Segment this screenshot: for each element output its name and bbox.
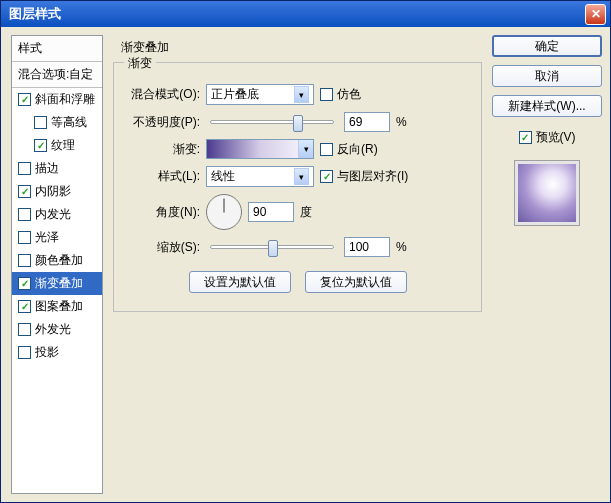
opacity-input[interactable]: 69 (344, 112, 390, 132)
sidebar-item[interactable]: 外发光 (12, 318, 102, 341)
cancel-button[interactable]: 取消 (492, 65, 602, 87)
sidebar-item-label: 内发光 (35, 206, 71, 223)
opacity-label: 不透明度(P): (124, 114, 200, 131)
sidebar-item-label: 斜面和浮雕 (35, 91, 95, 108)
sidebar-item[interactable]: 纹理 (12, 134, 102, 157)
blend-mode-label: 混合模式(O): (124, 86, 200, 103)
sidebar-item-label: 外发光 (35, 321, 71, 338)
styles-tab[interactable]: 样式 (12, 36, 102, 62)
checkbox-icon (320, 88, 333, 101)
checkbox-icon (320, 143, 333, 156)
sidebar-item[interactable]: 等高线 (12, 111, 102, 134)
checkbox-icon (320, 170, 333, 183)
preview-thumbnail (514, 160, 580, 226)
chevron-down-icon: ▾ (294, 86, 309, 103)
chevron-down-icon: ▾ (298, 140, 313, 158)
preview-image (518, 164, 576, 222)
percent-label: % (396, 115, 407, 129)
sidebar-item-label: 渐变叠加 (35, 275, 83, 292)
angle-unit: 度 (300, 204, 312, 221)
checkbox-icon[interactable] (18, 208, 31, 221)
gradient-label: 渐变: (124, 141, 200, 158)
slider-thumb[interactable] (293, 115, 303, 132)
blend-mode-value: 正片叠底 (211, 86, 259, 103)
checkbox-icon[interactable] (34, 116, 47, 129)
sidebar-item-label: 内阴影 (35, 183, 71, 200)
sidebar-item[interactable]: 内发光 (12, 203, 102, 226)
style-label: 样式(L): (124, 168, 200, 185)
gradient-picker[interactable]: ▾ (206, 139, 314, 159)
checkbox-icon[interactable] (18, 277, 31, 290)
style-select[interactable]: 线性 ▾ (206, 166, 314, 187)
sidebar-item-label: 等高线 (51, 114, 87, 131)
scale-slider[interactable] (210, 245, 334, 249)
slider-thumb[interactable] (268, 240, 278, 257)
checkbox-icon[interactable] (18, 93, 31, 106)
blend-options-tab[interactable]: 混合选项:自定 (12, 62, 102, 88)
sidebar-item[interactable]: 光泽 (12, 226, 102, 249)
close-icon[interactable]: ✕ (585, 4, 606, 25)
checkbox-icon[interactable] (18, 162, 31, 175)
gradient-group: 渐变 混合模式(O): 正片叠底 ▾ 仿色 不透明度(P): (113, 62, 482, 312)
angle-label: 角度(N): (124, 204, 200, 221)
style-value: 线性 (211, 168, 235, 185)
titlebar: 图层样式 ✕ (1, 1, 610, 27)
dither-checkbox[interactable]: 仿色 (320, 86, 361, 103)
sidebar-item-label: 光泽 (35, 229, 59, 246)
sidebar-item-label: 图案叠加 (35, 298, 83, 315)
sidebar-item-label: 投影 (35, 344, 59, 361)
checkbox-icon[interactable] (18, 254, 31, 267)
ok-button[interactable]: 确定 (492, 35, 602, 57)
preview-label: 预览(V) (536, 129, 576, 146)
sidebar-item[interactable]: 内阴影 (12, 180, 102, 203)
checkbox-icon[interactable] (18, 300, 31, 313)
scale-label: 缩放(S): (124, 239, 200, 256)
group-title: 渐变 (124, 55, 156, 72)
reverse-label: 反向(R) (337, 141, 378, 158)
blend-mode-select[interactable]: 正片叠底 ▾ (206, 84, 314, 105)
layer-style-dialog: 图层样式 ✕ 样式 混合选项:自定 斜面和浮雕等高线纹理描边内阴影内发光光泽颜色… (0, 0, 611, 503)
preview-checkbox[interactable]: 预览(V) (492, 129, 602, 146)
angle-dial[interactable] (206, 194, 242, 230)
styles-sidebar: 样式 混合选项:自定 斜面和浮雕等高线纹理描边内阴影内发光光泽颜色叠加渐变叠加图… (11, 35, 103, 494)
sidebar-item-label: 纹理 (51, 137, 75, 154)
dialog-content: 样式 混合选项:自定 斜面和浮雕等高线纹理描边内阴影内发光光泽颜色叠加渐变叠加图… (1, 27, 610, 502)
dither-label: 仿色 (337, 86, 361, 103)
set-default-button[interactable]: 设置为默认值 (189, 271, 291, 293)
checkbox-icon[interactable] (18, 231, 31, 244)
sidebar-item[interactable]: 渐变叠加 (12, 272, 102, 295)
percent-label: % (396, 240, 407, 254)
checkbox-icon[interactable] (18, 323, 31, 336)
chevron-down-icon: ▾ (294, 168, 309, 185)
main-panel: 渐变叠加 渐变 混合模式(O): 正片叠底 ▾ 仿色 不透明度(P): (103, 35, 492, 494)
checkbox-icon (519, 131, 532, 144)
scale-input[interactable]: 100 (344, 237, 390, 257)
checkbox-icon[interactable] (34, 139, 47, 152)
right-panel: 确定 取消 新建样式(W)... 预览(V) (492, 35, 602, 494)
reset-default-button[interactable]: 复位为默认值 (305, 271, 407, 293)
sidebar-item[interactable]: 颜色叠加 (12, 249, 102, 272)
section-title: 渐变叠加 (121, 39, 482, 56)
angle-input[interactable]: 90 (248, 202, 294, 222)
sidebar-item-label: 描边 (35, 160, 59, 177)
sidebar-item[interactable]: 图案叠加 (12, 295, 102, 318)
window-title: 图层样式 (5, 5, 585, 23)
align-label: 与图层对齐(I) (337, 168, 408, 185)
sidebar-item[interactable]: 投影 (12, 341, 102, 364)
checkbox-icon[interactable] (18, 185, 31, 198)
new-style-button[interactable]: 新建样式(W)... (492, 95, 602, 117)
align-checkbox[interactable]: 与图层对齐(I) (320, 168, 408, 185)
opacity-slider[interactable] (210, 120, 334, 124)
reverse-checkbox[interactable]: 反向(R) (320, 141, 378, 158)
sidebar-item[interactable]: 描边 (12, 157, 102, 180)
sidebar-item-label: 颜色叠加 (35, 252, 83, 269)
sidebar-item[interactable]: 斜面和浮雕 (12, 88, 102, 111)
checkbox-icon[interactable] (18, 346, 31, 359)
